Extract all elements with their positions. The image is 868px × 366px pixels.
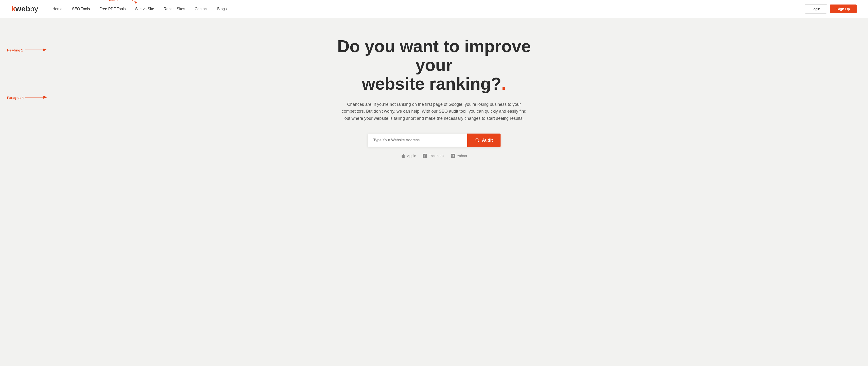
search-bar: Audit (368, 133, 500, 147)
nav-blog[interactable]: Blog ▾ (217, 7, 227, 11)
trusted-yahoo: Y! Yahoo (451, 154, 467, 158)
heading-annotation-label: Heading 1 (7, 49, 23, 52)
facebook-icon (423, 154, 427, 158)
nav-actions: Login Sign Up (805, 4, 857, 13)
paragraph-annotation-label: Paragraph (7, 96, 24, 100)
logo[interactable]: kwebby (11, 4, 38, 13)
hero-title-line1: Do you want to improve your (337, 37, 531, 74)
menu-annotation: menu (109, 0, 143, 5)
logo-k: k (11, 4, 16, 13)
logo-web: web (16, 4, 30, 13)
search-input[interactable] (368, 134, 467, 147)
yahoo-icon: Y! (451, 154, 455, 158)
svg-line-4 (478, 141, 479, 142)
nav-site-vs-site[interactable]: Site vs Site (135, 7, 154, 11)
signup-button[interactable]: Sign Up (830, 4, 857, 13)
nav-home[interactable]: Home (53, 7, 63, 11)
apple-icon (401, 154, 405, 158)
hero-section: Heading 1 Paragraph Do you want to impro… (0, 18, 868, 172)
trusted-sites: Apple Facebook Y! Yahoo (401, 154, 467, 158)
trusted-facebook: Facebook (423, 154, 444, 158)
trusted-apple-label: Apple (407, 154, 416, 158)
hero-title-line2: website ranking? (362, 74, 501, 93)
nav-menu: Home SEO Tools Free PDF Tools Site vs Si… (53, 7, 805, 11)
hero-title-dot: . (501, 74, 506, 93)
login-button[interactable]: Login (805, 4, 827, 13)
trusted-facebook-label: Facebook (429, 154, 444, 158)
menu-annotation-label: menu (109, 0, 119, 2)
svg-text:Y!: Y! (452, 154, 454, 157)
svg-marker-2 (43, 96, 47, 99)
nav-contact[interactable]: Contact (194, 7, 208, 11)
trusted-apple: Apple (401, 154, 416, 158)
hero-title: Do you want to improve your website rank… (328, 37, 541, 93)
nav-recent-sites[interactable]: Recent Sites (164, 7, 185, 11)
logo-by: by (30, 4, 38, 13)
paragraph-arrow (25, 94, 49, 101)
navbar: menu kwebby Home SEO Tools Free PDF Tool… (0, 0, 868, 18)
svg-point-3 (476, 139, 478, 141)
audit-button[interactable]: Audit (467, 133, 500, 147)
search-icon (475, 138, 480, 143)
heading-annotation: Heading 1 (7, 47, 48, 54)
nav-pdf-tools[interactable]: Free PDF Tools (99, 7, 126, 11)
menu-arrow (120, 0, 143, 5)
heading-arrow (25, 47, 48, 54)
hero-paragraph: Chances are, if you're not ranking on th… (342, 101, 527, 122)
nav-seo-tools[interactable]: SEO Tools (72, 7, 90, 11)
paragraph-annotation: Paragraph (7, 94, 49, 101)
trusted-yahoo-label: Yahoo (457, 154, 467, 158)
svg-marker-1 (43, 49, 47, 51)
blog-chevron-icon: ▾ (226, 8, 227, 10)
